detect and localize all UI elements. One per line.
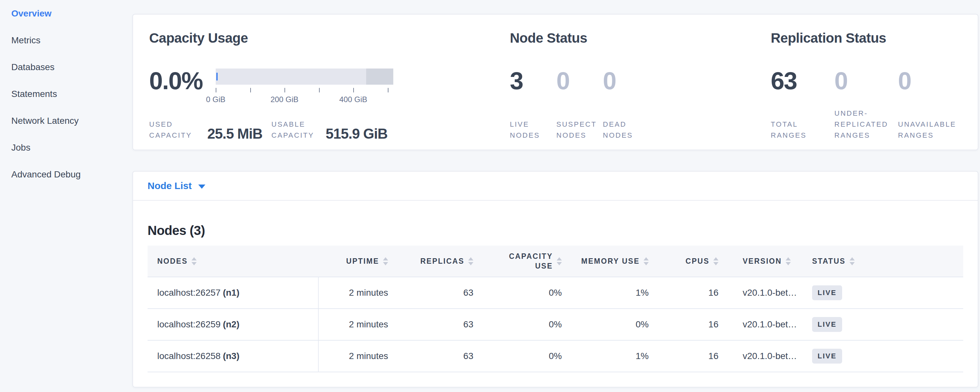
suspect-nodes-label: SUSPECT NODES <box>556 119 596 141</box>
unavailable-ranges-count: 0 <box>898 69 962 93</box>
live-nodes-label: LIVE NODES <box>510 119 549 141</box>
uptime-cell: 2 minutes <box>319 351 388 361</box>
node-status-labels: LIVE NODES SUSPECT NODES DEAD NODES <box>510 119 771 141</box>
version-cell: v20.1.0-bet… <box>719 288 799 298</box>
replicas-cell: 63 <box>388 319 473 330</box>
sidebar-item-metrics[interactable]: Metrics <box>0 27 132 54</box>
sidebar-item-advanced-debug[interactable]: Advanced Debug <box>0 161 132 188</box>
node-status-values: 3 0 0 <box>510 69 771 93</box>
memory-use-cell: 0% <box>562 319 649 330</box>
sidebar-nav: Overview Metrics Databases Statements Ne… <box>0 0 132 188</box>
usable-capacity-stat: USABLE CAPACITY 515.9 GiB <box>262 119 388 141</box>
sidebar-item-overview[interactable]: Overview <box>0 0 132 27</box>
status-badge: LIVE <box>812 317 842 332</box>
column-header-status[interactable]: STATUS <box>799 256 963 266</box>
sidebar-item-jobs[interactable]: Jobs <box>0 134 132 161</box>
axis-tick <box>353 88 354 92</box>
capacity-value-row: 0.0% 0 GiB200 GiB400 GiB <box>149 69 510 93</box>
dead-nodes-count: 0 <box>603 69 649 93</box>
column-header-replicas[interactable]: REPLICAS <box>388 256 473 266</box>
sort-icon <box>557 257 562 265</box>
capacity-bar-chart: 0 GiB200 GiB400 GiB <box>216 69 396 93</box>
chevron-down-icon <box>198 185 205 189</box>
total-ranges-count: 63 <box>771 69 834 93</box>
node-address-link[interactable]: localhost:26258 <box>157 351 221 361</box>
replicas-cell: 63 <box>388 351 473 361</box>
table-row-node-1[interactable]: localhost:26257 (n1) 2 minutes 63 0% 1% … <box>148 277 963 309</box>
under-replicated-ranges-count: 0 <box>834 69 898 93</box>
nodes-section: Nodes (3) NODES UPTIME REPLICA <box>133 201 978 387</box>
node-id: (n2) <box>223 319 239 330</box>
capacity-axis-labels: 0 GiB200 GiB400 GiB <box>216 95 396 105</box>
version-cell: v20.1.0-bet… <box>719 319 799 330</box>
column-header-memory-use[interactable]: MEMORY USE <box>562 256 649 266</box>
capacity-used-percent: 0.0% <box>149 69 216 93</box>
axis-tick-label: 0 GiB <box>206 95 225 104</box>
node-address-link[interactable]: localhost:26259 <box>157 319 221 330</box>
cluster-summary-card: Capacity Usage 0.0% 0 GiB200 GiB400 GiB <box>132 14 978 150</box>
sort-icon <box>644 257 649 265</box>
sidebar-item-network-latency[interactable]: Network Latency <box>0 107 132 134</box>
node-address-link[interactable]: localhost:26257 <box>157 288 221 298</box>
total-ranges-label: TOTAL RANGES <box>771 119 833 141</box>
axis-tick <box>216 88 216 92</box>
cpus-cell: 16 <box>649 288 719 298</box>
replication-status-title: Replication Status <box>771 31 962 45</box>
capacity-stats-row: USED CAPACITY 25.5 MiB USABLE CAPACITY 5… <box>149 119 510 141</box>
capacity-usage-panel: Capacity Usage 0.0% 0 GiB200 GiB400 GiB <box>149 31 510 150</box>
axis-tick <box>388 88 388 92</box>
version-cell: v20.1.0-bet… <box>719 351 799 361</box>
uptime-cell: 2 minutes <box>319 288 388 298</box>
nodes-table: NODES UPTIME REPLICAS CAPACITY USE <box>148 245 963 372</box>
capacity-bar-used-marker <box>216 73 218 80</box>
table-header-row: NODES UPTIME REPLICAS CAPACITY USE <box>148 245 963 277</box>
column-header-nodes[interactable]: NODES <box>148 245 319 277</box>
nodes-heading: Nodes (3) <box>148 223 963 238</box>
node-id: (n3) <box>223 351 239 361</box>
status-badge: LIVE <box>812 349 842 363</box>
suspect-nodes-count: 0 <box>556 69 603 93</box>
replication-status-panel: Replication Status 63 0 0 TOTAL RANGES U… <box>771 31 962 150</box>
sidebar-item-databases[interactable]: Databases <box>0 54 132 80</box>
sort-icon <box>713 257 719 265</box>
used-capacity-stat: USED CAPACITY 25.5 MiB <box>149 119 262 141</box>
used-capacity-value: 25.5 MiB <box>207 127 262 141</box>
sort-icon <box>850 257 855 265</box>
used-capacity-label: USED CAPACITY <box>149 119 207 141</box>
node-list-selector-label: Node List <box>148 180 192 191</box>
axis-tick <box>285 88 285 92</box>
sort-icon <box>786 257 791 265</box>
column-header-version[interactable]: VERSION <box>719 256 799 266</box>
cpus-cell: 16 <box>649 319 719 330</box>
status-badge: LIVE <box>812 285 842 300</box>
sort-icon <box>383 257 388 265</box>
column-header-capacity-use[interactable]: CAPACITY USE <box>473 252 562 271</box>
axis-tick-label: 400 GiB <box>339 95 368 104</box>
replicas-cell: 63 <box>388 288 473 298</box>
node-id: (n1) <box>223 288 239 298</box>
app-root: Overview Metrics Databases Statements Ne… <box>0 0 980 392</box>
node-list-card: Node List Nodes (3) NODES UPTIME <box>132 171 978 387</box>
column-header-uptime[interactable]: UPTIME <box>319 256 388 266</box>
node-list-selector[interactable]: Node List <box>133 172 978 201</box>
capacity-axis-ticks <box>216 88 396 93</box>
unavailable-ranges-label: UNAVAILABLE RANGES <box>898 119 960 141</box>
table-row-node-3[interactable]: localhost:26258 (n3) 2 minutes 63 0% 1% … <box>148 341 963 372</box>
axis-tick <box>319 88 320 92</box>
cpus-cell: 16 <box>649 351 719 361</box>
main-content: Capacity Usage 0.0% 0 GiB200 GiB400 GiB <box>132 0 980 392</box>
capacity-usage-title: Capacity Usage <box>149 31 510 45</box>
axis-tick <box>250 88 251 92</box>
uptime-cell: 2 minutes <box>319 319 388 330</box>
memory-use-cell: 1% <box>562 351 649 361</box>
live-nodes-count: 3 <box>510 69 556 93</box>
column-header-cpus[interactable]: CPUS <box>649 256 719 266</box>
under-replicated-ranges-label: UNDER-REPLICATED RANGES <box>834 108 896 141</box>
node-status-title: Node Status <box>510 31 771 45</box>
usable-capacity-label: USABLE CAPACITY <box>272 119 326 141</box>
sort-icon <box>191 257 197 265</box>
sidebar-item-statements[interactable]: Statements <box>0 80 132 107</box>
capacity-use-cell: 0% <box>473 319 562 330</box>
dead-nodes-label: DEAD NODES <box>603 119 642 141</box>
table-row-node-2[interactable]: localhost:26259 (n2) 2 minutes 63 0% 0% … <box>148 309 963 341</box>
